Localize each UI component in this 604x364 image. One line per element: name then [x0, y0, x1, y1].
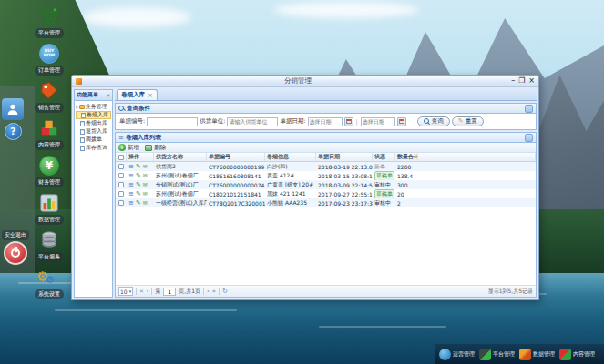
- table-row[interactable]: ≡ ✎ ✉ 苏州(测试)卷烟厂 C18616160808141 黄盖 412# …: [116, 171, 536, 180]
- taskbar-item-content[interactable]: 内容管理: [559, 349, 595, 360]
- edit-icon[interactable]: ✎: [136, 173, 141, 179]
- reset-button[interactable]: ✎ 重置: [452, 116, 484, 126]
- status-badge: 审核中: [374, 181, 391, 189]
- col-ops[interactable]: 操作: [127, 153, 154, 161]
- add-button[interactable]: + 新增: [118, 144, 139, 152]
- tree-item-inventory[interactable]: 库存查询: [76, 144, 111, 152]
- row-checkbox[interactable]: [118, 164, 124, 169]
- panel-collapse-button[interactable]: [525, 105, 533, 113]
- dock-item-label: 数据管理: [35, 215, 64, 225]
- send-icon[interactable]: ✉: [143, 200, 148, 206]
- tree-expand-icon[interactable]: ▾: [76, 105, 78, 110]
- filter-form: 单据编号: 供货单位: 单据日期: | 查询: [116, 114, 536, 129]
- status-badge: 新单: [374, 163, 385, 171]
- row-checkbox[interactable]: [118, 200, 124, 206]
- tree-item-stock-out[interactable]: 卷烟出库: [76, 119, 111, 127]
- dock-item-platform[interactable]: 平台管理: [31, 5, 67, 38]
- taskbar-item-platform[interactable]: 平台管理: [479, 349, 515, 360]
- edit-icon[interactable]: ✎: [136, 182, 141, 188]
- cell-product: 广黄盖 [细支] 20#: [265, 180, 316, 189]
- window-titlebar[interactable]: 分销管理 – ❐ ×: [72, 76, 538, 87]
- col-doc-no[interactable]: 单据编号: [207, 153, 265, 161]
- col-product[interactable]: 卷烟信息: [265, 153, 316, 161]
- table-row[interactable]: ≡ ✎ ✉ 一级经营(测试)入库厂 CT78Q2017C320001 小熊猫 A…: [116, 198, 536, 207]
- date-from-input[interactable]: [308, 117, 343, 126]
- pagination-bar: 10 ▾ « ‹ 第 页,共1页 › » ↻: [116, 285, 536, 297]
- first-page-button[interactable]: «: [139, 288, 143, 295]
- send-icon[interactable]: ✉: [143, 173, 148, 178]
- dock-item-orders[interactable]: BUY NOW 订单管理: [31, 43, 67, 76]
- taskbar-item-ops[interactable]: 运营管理: [439, 349, 475, 360]
- dock-item-settings[interactable]: ⚙⚙ 系统设置: [31, 267, 67, 299]
- page-size-select[interactable]: 10 ▾: [118, 287, 133, 296]
- taskbar-item-data[interactable]: 数据管理: [519, 349, 555, 360]
- dock-item-sales[interactable]: 销售管理: [31, 80, 67, 113]
- detail-icon[interactable]: ≡: [128, 191, 134, 197]
- last-page-button[interactable]: »: [212, 288, 216, 295]
- tree-item-returns[interactable]: 退货入库: [76, 127, 111, 136]
- tab-close-icon[interactable]: ×: [148, 93, 153, 98]
- dock-item-services[interactable]: 平台服务: [31, 229, 67, 262]
- calendar-icon[interactable]: [344, 117, 353, 126]
- edit-icon[interactable]: ✎: [136, 200, 141, 207]
- row-checkbox[interactable]: [118, 182, 124, 187]
- detail-icon[interactable]: ≡: [128, 200, 134, 207]
- table-row[interactable]: ≡ ✎ ✉ 苏州(测试)卷烟厂 C18021012151841 黑妹 421 1…: [116, 189, 536, 198]
- select-all-checkbox[interactable]: [118, 155, 124, 160]
- list-panel-title: 卷烟入库列表: [126, 134, 523, 142]
- refresh-icon[interactable]: ↻: [222, 288, 228, 295]
- collapse-icon[interactable]: «: [107, 92, 110, 99]
- grid-toolbar: + 新增 删除: [116, 143, 536, 153]
- main-area: 卷烟入库 × 查询条件 单据编号: 供货单位:: [115, 89, 537, 298]
- detail-icon[interactable]: ≡: [128, 164, 134, 170]
- monitor-icon: [479, 349, 491, 360]
- panel-collapse-button[interactable]: [525, 134, 533, 142]
- row-checkbox[interactable]: [118, 191, 124, 197]
- minimize-button[interactable]: –: [511, 77, 515, 85]
- dock-item-content[interactable]: 内容管理: [31, 117, 67, 150]
- search-button[interactable]: 查询: [417, 116, 450, 126]
- user-avatar-icon[interactable]: [2, 98, 24, 120]
- blocks-icon: [38, 117, 60, 139]
- prev-page-button[interactable]: ‹: [146, 288, 148, 295]
- cell-doc-no: C18616160808141: [207, 171, 265, 180]
- cell-qty: 2200: [395, 162, 418, 171]
- doc-no-input[interactable]: [147, 117, 198, 126]
- delete-button[interactable]: 删除: [145, 144, 166, 152]
- tab-stock-in[interactable]: 卷烟入库 ×: [117, 89, 158, 100]
- date-to-input[interactable]: [361, 117, 395, 126]
- col-date[interactable]: 单据日期: [316, 153, 373, 161]
- close-button[interactable]: ×: [528, 77, 535, 85]
- send-icon[interactable]: ✉: [143, 191, 148, 197]
- detail-icon[interactable]: ≡: [128, 182, 134, 188]
- table-row[interactable]: ≡ ✎ ✉ 供货商2 CT76000000000199 白沙(和) 2018-0…: [116, 162, 536, 171]
- col-supplier[interactable]: 供货方名称: [154, 153, 207, 161]
- col-status[interactable]: 状态: [373, 153, 395, 161]
- edit-icon[interactable]: ✎: [136, 191, 141, 197]
- detail-icon[interactable]: ≡: [128, 173, 134, 179]
- tree-item-stock-in[interactable]: 卷烟入库: [76, 111, 111, 119]
- calendar-icon[interactable]: [397, 117, 406, 126]
- cell-doc-no: CT78Q2017C320001: [207, 198, 265, 207]
- cell-qty: 20: [395, 189, 418, 198]
- power-button[interactable]: [4, 241, 27, 265]
- page-suffix-label: 页,共1页: [179, 288, 200, 296]
- dock-item-data[interactable]: 数据管理: [31, 192, 67, 225]
- maximize-button[interactable]: ❐: [518, 77, 525, 85]
- logout-label: 安全退出: [2, 230, 29, 240]
- tree-node-root[interactable]: ▾ 业务管理: [76, 103, 111, 111]
- row-checkbox[interactable]: [118, 173, 124, 178]
- table-row[interactable]: ≡ ✎ ✉ 分销测试(测试)厂 CT76000000000074 广黄盖 [细支…: [116, 180, 536, 189]
- send-icon[interactable]: ✉: [143, 164, 148, 169]
- app-window: 分销管理 – ❐ × 功能菜单 « ▾ 业务管理: [71, 75, 539, 300]
- dock-item-finance[interactable]: ¥ 财务管理: [31, 155, 67, 187]
- send-icon[interactable]: ✉: [143, 182, 148, 187]
- supplier-input[interactable]: [227, 117, 278, 126]
- next-page-button[interactable]: ›: [207, 288, 210, 295]
- col-qty[interactable]: 数量合计: [395, 153, 418, 161]
- help-icon[interactable]: ?: [5, 123, 22, 140]
- cell-supplier: 苏州(测试)卷烟厂: [154, 171, 207, 180]
- page-number-input[interactable]: [163, 288, 176, 296]
- tree-item-transfer[interactable]: 调拨单: [76, 136, 111, 144]
- edit-icon[interactable]: ✎: [136, 164, 141, 170]
